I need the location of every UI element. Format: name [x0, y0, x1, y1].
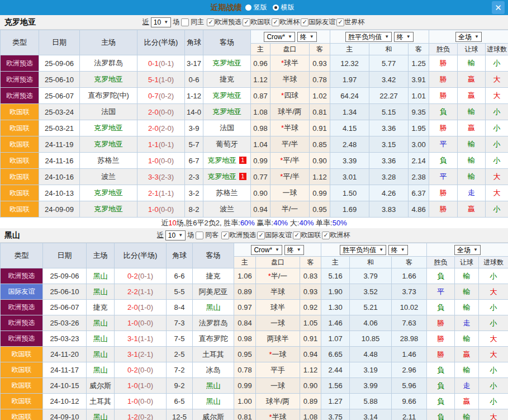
avg-home-odds: 64.24	[330, 88, 369, 104]
corner-score: 6-5	[167, 394, 193, 409]
handicap-line: *球半	[270, 55, 310, 72]
bookmaker-select[interactable]: Crow*▼	[251, 245, 282, 255]
period-dropdown-zone: 全场▼	[427, 243, 508, 257]
radio-horizontal-layout[interactable]	[273, 4, 279, 11]
chevron-down-icon: ▼	[310, 33, 314, 41]
radio-vertical-layout[interactable]	[245, 4, 251, 11]
full-match-select[interactable]: 全场▼	[455, 32, 482, 42]
fulltime-score: 2-1	[148, 189, 159, 197]
full-match-value: 全场	[458, 33, 472, 41]
chevron-down-icon: ▼	[384, 33, 389, 41]
crow-home-odds: 0.98	[234, 331, 256, 347]
avg-home-odds: 3.01	[330, 169, 369, 185]
avg-home-odds: 1.27	[321, 394, 350, 409]
crow-home-odds: 0.94	[251, 201, 270, 218]
full-match-select[interactable]: 全场▼	[454, 245, 481, 255]
competition-checkbox[interactable]: ✓	[243, 18, 250, 26]
fulltime-score: 1-1	[148, 140, 159, 149]
competition-checkbox[interactable]: ✓	[293, 232, 301, 239]
bookmaker-select-value: Crow*	[254, 246, 272, 254]
corner-score: 9-2	[167, 378, 193, 394]
bookmaker-select[interactable]: Crow*▼	[264, 32, 295, 42]
home-team: 黑山	[87, 362, 115, 378]
competition-checkbox[interactable]: ✓	[272, 18, 279, 26]
subcol-goals: 进球数	[479, 257, 508, 268]
competition-checkbox[interactable]: ✓	[257, 232, 265, 239]
result-goals: 小	[479, 394, 508, 409]
match-date: 25-06-10	[39, 72, 80, 88]
same-venue-checkbox[interactable]	[181, 18, 189, 26]
wdl-average-select[interactable]: 胜平负均值▼	[340, 245, 386, 255]
odds-stage-select[interactable]: 终▼	[284, 245, 304, 255]
match-row: 欧国联24-09-10黑山1-2(0-2)12-5威尔斯0.81*半球1.083…	[1, 409, 508, 420]
competition-filter: ✓国际友谊	[257, 230, 293, 240]
crow-home-odds: 0.77	[251, 169, 270, 185]
wdl-average-select[interactable]: 胜平负均值▼	[345, 32, 392, 42]
crow-home-odds: 0.90	[251, 185, 270, 201]
competition-type-badge: 欧洲预选	[1, 88, 39, 104]
summary-part: 40%	[299, 219, 314, 227]
fulltime-score: 3-3	[148, 173, 159, 181]
radio-horizontal-label[interactable]: 横版	[281, 3, 295, 12]
match-date: 25-06-07	[43, 300, 87, 315]
match-row: 欧洲预选25-06-07直布罗陀(中)0-7(0-2)1-12克罗地亚0.87*…	[1, 88, 508, 104]
recent-games-select[interactable]: 10 ▼	[165, 230, 186, 240]
home-favourite-star: *	[281, 91, 284, 100]
competition-checkbox[interactable]: ✓	[221, 232, 229, 239]
col-type: 类型	[1, 243, 43, 268]
corner-score: 8-4	[167, 300, 193, 315]
corner-score: 6-7	[185, 153, 203, 169]
avg-stage-select[interactable]: 终▼	[394, 32, 414, 42]
match-date: 24-09-09	[39, 201, 80, 218]
odds-stage-select[interactable]: 终▼	[297, 32, 317, 42]
competition-filter: ✓欧洲杯	[322, 230, 351, 240]
home-team: 威尔斯	[87, 378, 115, 394]
result-goals: 大	[486, 88, 508, 104]
competition-checkbox[interactable]: ✓	[301, 18, 308, 26]
result-goals: 小	[479, 268, 508, 284]
handicap-line: 一球	[256, 378, 300, 394]
match-score: 1-0(1-0)	[115, 378, 167, 394]
result-handicap: 輸	[458, 153, 486, 169]
avg-away-odds: 7.63	[392, 315, 427, 331]
recent-games-select[interactable]: 10 ▼	[151, 17, 171, 27]
competition-checkbox[interactable]: ✓	[336, 18, 344, 26]
avg-home-odds: 4.15	[330, 120, 369, 136]
radio-vertical-label[interactable]: 竖版	[254, 3, 267, 12]
fulltime-score: 0-2	[127, 366, 138, 374]
bookmaker-dropdown-zone: Crow*▼ 终▼	[251, 30, 330, 44]
crow-home-odds: 1.08	[251, 104, 270, 120]
match-score: 1-0(0-0)	[115, 315, 167, 331]
away-team: 土耳其	[193, 347, 234, 362]
result-wdl: 勝	[429, 120, 458, 136]
fulltime-score: 3-1	[127, 350, 138, 358]
avg-stage-select[interactable]: 终▼	[388, 245, 408, 255]
crow-home-odds: 0.99	[251, 153, 270, 169]
competition-type-badge: 欧洲预选	[1, 315, 43, 331]
result-goals: 小	[486, 136, 508, 153]
crow-away-odds: 0.91	[300, 331, 321, 347]
period-dropdown-zone: 全场▼	[429, 30, 508, 44]
result-goals: 小	[479, 315, 508, 331]
team-name: 黑山	[4, 230, 20, 240]
recent-games-value: 10	[154, 18, 161, 26]
corner-score: 12-5	[167, 409, 193, 420]
team-section-header: 克罗地亚 近 10 ▼ 场 同主 ✓欧洲预选✓欧国联✓欧洲杯✓国际友谊✓世界杯	[0, 15, 508, 30]
result-handicap: 輸	[458, 136, 486, 153]
result-wdl: 勝	[427, 347, 455, 362]
close-button[interactable]: ✕	[492, 1, 505, 14]
match-row: 欧国联24-10-12土耳其1-0(0-0)6-5黑山1.00球半/两0.891…	[1, 394, 508, 409]
competition-checkbox[interactable]: ✓	[322, 232, 330, 239]
full-match-value: 全场	[457, 246, 471, 254]
match-date: 25-03-24	[39, 104, 80, 120]
home-team: 克罗地亚	[80, 136, 137, 153]
match-row: 欧国联24-10-13克罗地亚2-1(1-1)3-2苏格兰0.90一球0.991…	[1, 185, 508, 201]
section-croatia: 克罗地亚 近 10 ▼ 场 同主 ✓欧洲预选✓欧国联✓欧洲杯✓国际友谊✓世界杯 …	[0, 15, 508, 228]
match-row: 国际友谊25-06-10黑山2-2(1-1)5-5阿美尼亚0.89半球0.931…	[1, 284, 508, 300]
competition-filter-label: 欧洲预选	[229, 230, 256, 240]
same-venue-checkbox[interactable]	[196, 232, 203, 239]
avg-away-odds: 28.98	[392, 331, 427, 347]
avg-home-odds: 2.48	[330, 136, 369, 153]
competition-checkbox[interactable]: ✓	[207, 18, 215, 26]
competition-filter: ✓国际友谊	[301, 17, 336, 27]
